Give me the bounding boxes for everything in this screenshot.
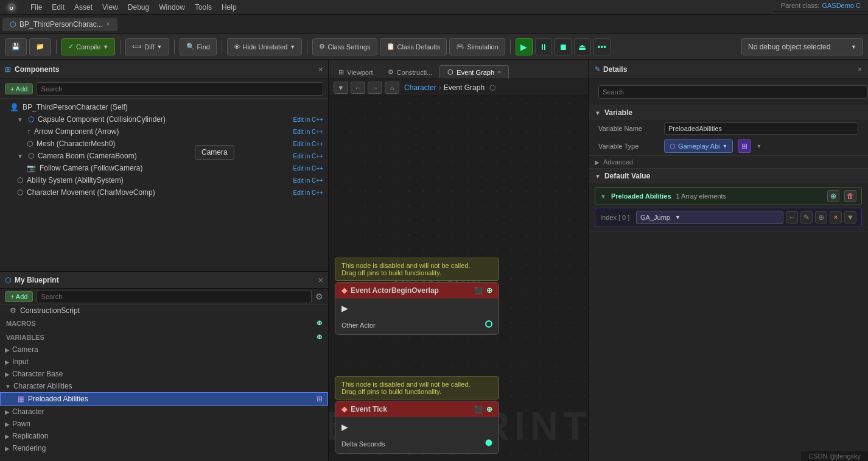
variable-name-input[interactable]	[664, 122, 858, 135]
comp-arrow-edit[interactable]: Edit in C++	[293, 128, 323, 135]
comp-arrow-label: Arrow Component (Arrow)	[34, 127, 290, 136]
debug-dropdown[interactable]: No debug object selected ▼	[741, 38, 863, 55]
category-camera[interactable]: ▶ Camera	[0, 343, 328, 356]
comp-capsule[interactable]: ▼ ⬡ Capsule Component (CollisionCylinder…	[0, 113, 328, 125]
array-type-button[interactable]: ⊞	[738, 139, 751, 153]
debug-label: No debug object selected	[748, 43, 830, 51]
array-clear-button[interactable]: 🗑	[844, 190, 856, 202]
default-value-header[interactable]: ▼ Default Value	[589, 169, 868, 183]
class-defaults-button[interactable]: 📋 Class Defaults	[380, 38, 447, 55]
var-preloaded-abilities-item[interactable]: ▦ Preloaded Abilities ⊞	[0, 392, 328, 406]
category-character[interactable]: ▶ Character	[0, 406, 328, 418]
blueprint-tab[interactable]: ⬡ BP_ThirdPersonCharac... ×	[2, 18, 117, 31]
comp-mesh[interactable]: ⬡ Mesh (CharacterMesh0) Edit in C++	[0, 138, 328, 150]
tab-viewport[interactable]: ⊞ Viewport	[331, 66, 380, 79]
components-close-icon[interactable]: ×	[318, 65, 323, 74]
comp-self[interactable]: 👤 BP_ThirdPersonCharacter (Self)	[0, 101, 328, 113]
components-search-input[interactable]	[37, 82, 323, 96]
menu-tools[interactable]: Tools	[195, 3, 212, 12]
tab-close-icon[interactable]: ×	[107, 21, 110, 27]
menu-window[interactable]: Window	[159, 3, 185, 12]
eject-button[interactable]: ⏏	[574, 38, 591, 55]
tab-event-graph[interactable]: ⬡ Event Graph ×	[439, 65, 509, 79]
tab-construction[interactable]: ⚙ Constructi...	[380, 66, 440, 79]
play-button[interactable]: ▶	[516, 38, 533, 55]
nav-back-button[interactable]: ←	[351, 82, 365, 94]
comp-ability-edit[interactable]: Edit in C++	[293, 177, 323, 184]
ue-logo[interactable]: U	[5, 1, 18, 14]
class-settings-button[interactable]: ⚙ Class Settings	[312, 38, 377, 55]
pause-button[interactable]: ⏸	[535, 38, 552, 55]
category-input[interactable]: ▶ Input	[0, 356, 328, 368]
content-button[interactable]: 📁	[29, 38, 51, 55]
array-collapse-icon[interactable]: ▼	[600, 193, 606, 200]
comp-camera-edit[interactable]: Edit in C++	[293, 165, 323, 172]
main-layout: ⊞ Components × + Add 👤 BP_ThirdPersonCha…	[0, 60, 868, 461]
comp-arrow[interactable]: ↑ Arrow Component (Arrow) Edit in C++	[0, 125, 328, 138]
comp-movement[interactable]: ⬡ Character Movement (CharMoveComp) Edit…	[0, 186, 328, 199]
my-blueprint-close-icon[interactable]: ×	[318, 275, 323, 285]
my-blueprint-add-button[interactable]: + Add	[5, 291, 33, 302]
compile-button[interactable]: ✓ Compile ▼	[61, 38, 115, 55]
variables-add-icon[interactable]: ⊕	[317, 333, 322, 341]
event-graph-icon: ⬡	[447, 68, 453, 76]
more-play-button[interactable]: •••	[593, 38, 611, 55]
comp-follow-camera[interactable]: 📷 Follow Camera (FollowCamera) Edit in C…	[0, 162, 328, 174]
comp-camera-boom[interactable]: ▼ ⬡ Camera Boom (CameraBoom) Edit in C++	[0, 150, 328, 162]
details-search-input[interactable]	[598, 85, 868, 99]
chevron-right-icon-2: ▶	[5, 359, 10, 365]
stop-button[interactable]: ⏹	[555, 38, 572, 55]
menu-asset[interactable]: Asset	[74, 3, 93, 12]
comp-mesh-edit[interactable]: Edit in C++	[293, 141, 323, 147]
nav-forward-button[interactable]: →	[368, 82, 382, 94]
details-close-icon[interactable]: ×	[858, 65, 862, 74]
category-pawn[interactable]: ▶ Pawn	[0, 418, 328, 430]
tab-icon: ⬡	[10, 20, 16, 29]
person-icon: 👤	[10, 103, 19, 111]
components-add-button[interactable]: + Add	[5, 83, 33, 94]
array-item-add-button[interactable]: ⊕	[815, 211, 827, 223]
category-character-base[interactable]: ▶ Character Base	[0, 368, 328, 380]
macros-add-icon[interactable]: ⊕	[317, 319, 322, 327]
save-button[interactable]: 💾	[5, 38, 27, 55]
graph-area[interactable]: BLUEPRINT Right-Click to Create New This…	[329, 96, 588, 461]
array-value-dropdown[interactable]: GA_Jump ▼	[636, 211, 783, 224]
array-add-button[interactable]: ⊕	[827, 190, 839, 202]
array-item-edit-button[interactable]: ✎	[800, 211, 813, 223]
category-replication[interactable]: ▶ Replication	[0, 430, 328, 442]
my-blueprint-settings-icon[interactable]: ⚙	[315, 292, 323, 301]
advanced-row[interactable]: ▶ Advanced	[589, 156, 868, 168]
diff-button[interactable]: ⟺ Diff ▼	[125, 38, 169, 55]
menu-edit[interactable]: Edit	[52, 3, 65, 12]
node-overlap-body[interactable]: ◆ Event ActorBeginOverlap ⬛ ⊕ ▶ Other Ac…	[335, 282, 499, 335]
comp-boom-edit[interactable]: Edit in C++	[293, 153, 323, 160]
construction-script-item[interactable]: ⚙ ConstructionScript	[0, 304, 328, 317]
node-overlap-add-icon[interactable]: ⊕	[486, 286, 492, 295]
comp-capsule-edit[interactable]: Edit in C++	[293, 116, 323, 123]
variable-section-header[interactable]: ▼ Variable	[589, 105, 868, 120]
hide-unrelated-button[interactable]: 👁 Hide Unrelated ▼	[227, 38, 302, 55]
array-item-back-button[interactable]: ←	[786, 211, 798, 223]
node-tick-body[interactable]: ◆ Event Tick ⬛ ⊕ ▶ Delta Seconds	[335, 401, 499, 454]
nav-dropdown-button[interactable]: ▼	[334, 82, 348, 94]
variable-type-dropdown[interactable]: ⬡ Gameplay Abi ▼	[664, 139, 733, 153]
menu-help[interactable]: Help	[222, 3, 237, 12]
menu-view[interactable]: View	[102, 3, 118, 12]
my-blueprint-search-input[interactable]	[37, 290, 312, 303]
category-character-abilities-label: Character Abilities	[13, 382, 72, 390]
menu-file[interactable]: File	[30, 3, 42, 12]
array-item-delete-button[interactable]: ×	[830, 211, 842, 223]
category-rendering[interactable]: ▶ Rendering	[0, 442, 328, 454]
menu-debug[interactable]: Debug	[128, 3, 149, 12]
breadcrumb-character[interactable]: Character	[404, 83, 436, 92]
comp-ability[interactable]: ⬡ Ability System (AbilitySystem) Edit in…	[0, 174, 328, 186]
node-tick-add-icon[interactable]: ⊕	[486, 405, 492, 413]
array-item-expand-button[interactable]: ▼	[844, 211, 856, 223]
event-graph-close-icon[interactable]: ×	[497, 69, 501, 76]
simulation-button[interactable]: 🎮 Simulation	[449, 38, 505, 55]
category-character-abilities[interactable]: ▼ Character Abilities	[0, 380, 328, 392]
find-button[interactable]: 🔍 Find	[180, 38, 217, 55]
parent-class-link[interactable]: GASDemo C	[822, 2, 861, 9]
nav-home-button[interactable]: ⌂	[385, 82, 399, 94]
comp-movement-edit[interactable]: Edit in C++	[293, 189, 323, 196]
